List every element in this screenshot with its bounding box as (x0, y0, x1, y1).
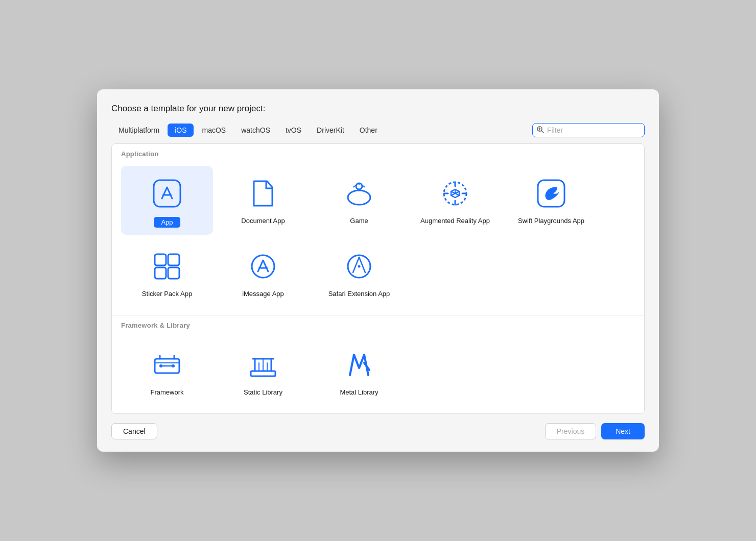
app-icon (149, 175, 185, 212)
svg-line-28 (353, 257, 359, 273)
tab-watchos[interactable]: watchOS (234, 124, 277, 137)
framework-library-template-grid: Framework (112, 333, 644, 413)
filter-input-wrapper (532, 123, 645, 137)
svg-rect-19 (155, 254, 166, 265)
swift-playgrounds-icon (533, 175, 570, 212)
tab-filter-row: Multiplatform iOS macOS watchOS tvOS Dri… (111, 123, 645, 137)
template-document-app[interactable]: Document App (217, 166, 309, 235)
template-framework[interactable]: Framework (121, 337, 213, 404)
footer-right: Previous Next (545, 423, 645, 439)
sticker-pack-icon (149, 248, 185, 285)
svg-point-7 (358, 183, 360, 185)
game-label: Game (350, 217, 368, 226)
framework-label: Framework (150, 388, 183, 397)
tab-driverkit[interactable]: DriverKit (310, 124, 351, 137)
tab-macos[interactable]: macOS (195, 124, 233, 137)
template-game[interactable]: Game (313, 166, 405, 235)
framework-library-section: Framework & Library (112, 315, 644, 413)
application-section-header: Application (112, 144, 644, 162)
svg-point-26 (358, 265, 361, 268)
application-template-grid: App Document App (112, 162, 644, 315)
template-ar-app[interactable]: Augmented Reality App (409, 166, 501, 235)
template-imessage-app[interactable]: iMessage App (217, 239, 309, 306)
framework-library-header: Framework & Library (112, 315, 644, 333)
ar-app-icon (437, 175, 474, 212)
dialog-title: Choose a template for your new project: (111, 104, 645, 114)
svg-line-27 (359, 257, 365, 273)
svg-rect-20 (168, 254, 179, 265)
tab-multiplatform[interactable]: Multiplatform (111, 124, 167, 137)
template-sticker-pack[interactable]: Sticker Pack App (121, 239, 213, 306)
metal-library-label: Metal Library (340, 388, 378, 397)
tab-other[interactable]: Other (352, 124, 385, 137)
sticker-pack-label: Sticker Pack App (142, 290, 192, 299)
next-button[interactable]: Next (601, 423, 645, 439)
static-library-icon (245, 347, 281, 383)
swift-playgrounds-label: Swift Playgrounds App (518, 217, 584, 226)
safari-extension-icon (341, 248, 377, 285)
svg-point-4 (348, 190, 370, 205)
template-chooser-dialog: Choose a template for your new project: … (97, 89, 659, 452)
previous-button[interactable]: Previous (545, 423, 596, 439)
game-icon (341, 175, 377, 212)
svg-rect-2 (154, 180, 180, 207)
framework-icon (149, 347, 185, 383)
app-label: App (154, 217, 180, 228)
footer: Cancel Previous Next (111, 423, 645, 439)
imessage-app-icon (245, 248, 281, 285)
template-metal-library[interactable]: Metal Library (313, 337, 405, 404)
metal-library-icon (341, 347, 377, 383)
ar-app-label: Augmented Reality App (420, 217, 490, 226)
filter-input[interactable] (532, 123, 645, 137)
template-swift-playgrounds[interactable]: Swift Playgrounds App (505, 166, 597, 235)
document-app-icon (245, 175, 281, 212)
static-library-label: Static Library (244, 388, 282, 397)
tab-ios[interactable]: iOS (168, 124, 194, 137)
svg-rect-22 (168, 267, 179, 279)
imessage-app-label: iMessage App (242, 290, 284, 299)
cancel-button[interactable]: Cancel (111, 423, 157, 439)
svg-point-23 (252, 255, 274, 278)
svg-rect-21 (155, 267, 166, 279)
svg-rect-34 (251, 371, 275, 376)
content-area: Application App (111, 143, 645, 414)
tab-bar: Multiplatform iOS macOS watchOS tvOS Dri… (111, 124, 385, 137)
template-safari-extension[interactable]: Safari Extension App (313, 239, 405, 306)
application-section: Application App (112, 144, 644, 315)
template-app[interactable]: App (121, 166, 213, 235)
safari-extension-label: Safari Extension App (328, 290, 390, 299)
template-static-library[interactable]: Static Library (217, 337, 309, 404)
document-app-label: Document App (241, 217, 285, 226)
tab-tvos[interactable]: tvOS (278, 124, 309, 137)
